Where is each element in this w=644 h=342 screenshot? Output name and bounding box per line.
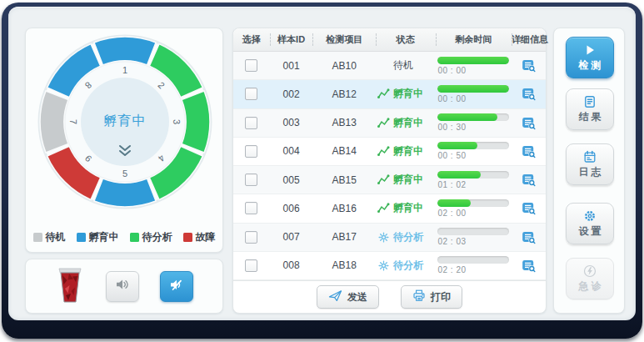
settings-button[interactable]: 设置 — [566, 203, 614, 244]
device-screen: 12345678孵育中 待机 孵育中 待分析 故障 — [0, 0, 644, 342]
remaining-time: 00 : 00 — [437, 85, 509, 103]
detail-info-icon[interactable] — [522, 201, 536, 215]
table-footer: 发送 打印 — [233, 280, 546, 313]
remaining-time: 02 : 03 — [437, 228, 509, 246]
sample-id: 003 — [270, 117, 313, 128]
remaining-time: 01 : 02 — [437, 171, 509, 189]
column-header: 检测项目 — [312, 28, 376, 51]
main-screen: 12345678孵育中 待机 孵育中 待分析 故障 — [8, 7, 636, 320]
table-row: 002 AB12 孵育中 00 : 00 — [233, 80, 546, 108]
table-row: 006 AB16 孵育中 02 : 00 — [233, 194, 546, 223]
row-checkbox[interactable] — [245, 145, 257, 158]
status-label: 孵育中 — [393, 116, 423, 130]
gear-icon — [583, 209, 597, 223]
remaining-time: 00 : 50 — [437, 142, 509, 160]
sample-id: 005 — [270, 174, 313, 186]
speaker-icon — [115, 278, 129, 294]
status-icon-incubating — [377, 174, 390, 186]
progress-bar — [437, 142, 509, 149]
sample-table-panel: 选择样本ID检测项目状态剩余时间详细信息 001 AB10 待机 00 : 00… — [232, 28, 547, 314]
time-label: 00 : 00 — [437, 94, 466, 103]
bolt-icon — [583, 264, 597, 278]
dial-center-status: 孵育中 — [104, 113, 147, 128]
emergency-button-label: 急诊 — [577, 279, 604, 294]
incubator-dial-panel: 12345678孵育中 待机 孵育中 待分析 故障 — [25, 28, 223, 253]
report-icon — [583, 94, 597, 108]
legend-swatch — [183, 233, 192, 242]
progress-bar — [437, 113, 509, 121]
detail-info-icon[interactable] — [522, 58, 536, 73]
status-icon-incubating — [377, 117, 390, 128]
detail-info-icon[interactable] — [522, 116, 536, 130]
progress-bar — [437, 171, 509, 179]
send-button[interactable]: 发送 — [317, 285, 379, 309]
emergency-button: 急诊 — [566, 258, 614, 299]
time-label: 02 : 00 — [437, 209, 466, 218]
paper-plane-icon — [328, 289, 342, 304]
legend-label: 待分析 — [142, 230, 172, 244]
progress-bar — [437, 256, 509, 264]
calendar-icon — [583, 149, 597, 163]
print-button[interactable]: 打印 — [401, 285, 462, 309]
row-checkbox[interactable] — [245, 59, 257, 72]
legend-label: 待机 — [46, 230, 66, 244]
detect-button-label: 检测 — [577, 58, 604, 73]
sound-mute-button[interactable] — [160, 271, 193, 302]
status-icon-incubating — [377, 145, 390, 157]
column-header: 样本ID — [270, 28, 313, 51]
detail-info-icon[interactable] — [522, 259, 536, 273]
column-header: 选择 — [233, 28, 270, 51]
test-item: AB18 — [312, 259, 376, 271]
legend-swatch — [77, 233, 86, 242]
dial-position-number: 1 — [122, 65, 127, 75]
progress-bar — [437, 199, 509, 207]
status-icon-incubating — [377, 88, 390, 100]
dial-segment-3 — [182, 91, 210, 153]
time-label: 02 : 20 — [437, 265, 466, 274]
log-button[interactable]: 日志 — [566, 143, 614, 185]
column-header: 剩余时间 — [436, 28, 512, 51]
detail-info-icon[interactable] — [522, 173, 536, 187]
row-checkbox[interactable] — [245, 174, 257, 186]
progress-fill — [437, 142, 477, 149]
result-button[interactable]: 结果 — [566, 88, 614, 130]
status-label: 待分析 — [393, 230, 423, 244]
dial-position-number: 5 — [122, 168, 127, 179]
status-icon-pending — [377, 231, 390, 243]
row-checkbox[interactable] — [245, 88, 257, 100]
printer-icon — [412, 289, 426, 304]
status-label: 孵育中 — [393, 173, 423, 187]
status-label: 孵育中 — [393, 144, 423, 158]
settings-button-label: 设置 — [577, 224, 604, 239]
dial-segment-1 — [94, 37, 156, 65]
result-button-label: 结果 — [577, 110, 604, 124]
detail-info-icon[interactable] — [522, 87, 536, 101]
row-checkbox[interactable] — [245, 117, 257, 129]
row-checkbox[interactable] — [245, 202, 257, 214]
time-label: 00 : 50 — [437, 151, 466, 160]
legend-swatch — [130, 233, 139, 242]
test-item: AB16 — [312, 203, 376, 214]
detail-info-icon[interactable] — [522, 230, 536, 244]
status-icon-pending — [377, 259, 390, 271]
time-label: 00 : 00 — [437, 66, 466, 75]
column-header: 状态 — [376, 28, 436, 51]
detect-button[interactable]: 检测 — [566, 37, 614, 78]
test-item: AB15 — [312, 174, 376, 186]
dial-segment-7 — [40, 91, 68, 153]
sound-on-button[interactable] — [106, 271, 139, 302]
column-header: 详细信息 — [512, 28, 546, 51]
legend-item: 待机 — [33, 230, 66, 244]
progress-fill — [437, 171, 481, 179]
progress-fill — [437, 57, 509, 64]
time-label: 02 : 03 — [437, 237, 466, 246]
print-button-label: 打印 — [431, 290, 451, 304]
row-checkbox[interactable] — [245, 259, 257, 272]
detail-info-icon[interactable] — [522, 144, 536, 158]
row-checkbox[interactable] — [245, 231, 257, 244]
status-label: 孵育中 — [393, 201, 423, 215]
remaining-time: 00 : 30 — [437, 113, 509, 132]
status-label: 待分析 — [393, 259, 423, 273]
sample-id: 001 — [270, 60, 313, 72]
play-icon — [583, 43, 597, 57]
